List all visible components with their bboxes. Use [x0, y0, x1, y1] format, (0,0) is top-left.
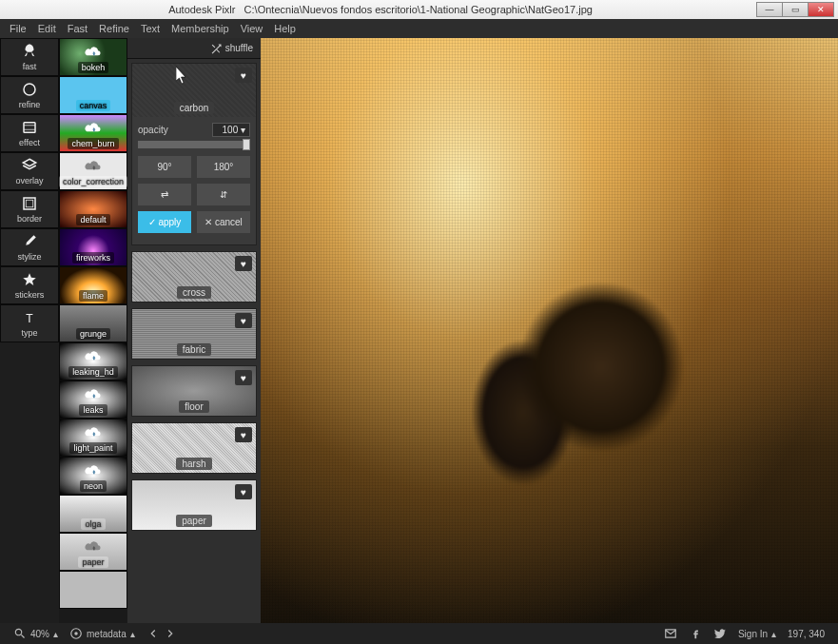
- tool-refine[interactable]: refine: [0, 76, 59, 114]
- menu-fast[interactable]: Fast: [62, 23, 93, 34]
- cursor-icon: [176, 67, 189, 86]
- tool-fast[interactable]: fast: [0, 38, 59, 76]
- shuffle-button[interactable]: shuffle: [127, 38, 261, 59]
- rotate-90-button[interactable]: 90°: [138, 156, 191, 178]
- svg-point-6: [74, 632, 78, 635]
- preset-column: bokehcanvaschem_burncolor_correctiondefa…: [59, 38, 127, 623]
- metadata-control[interactable]: metadata ▴: [64, 627, 141, 640]
- overlay-controls: opacity 100 ▾ 90° 180° ⇄ ⇵ ✓ apply ✕ ca: [132, 117, 256, 244]
- tool-stickers[interactable]: stickers: [0, 266, 59, 304]
- svg-rect-2: [24, 198, 35, 209]
- statusbar: 40% ▴ metadata ▴ Sign In ▴ 197, 340: [0, 623, 838, 644]
- overlay-fabric[interactable]: ♥fabric: [131, 308, 257, 360]
- favorite-icon[interactable]: ♥: [235, 313, 252, 328]
- tool-overlay[interactable]: overlay: [0, 152, 59, 190]
- svg-text:T: T: [26, 312, 33, 325]
- flip-horizontal-button[interactable]: ⇄: [138, 184, 191, 205]
- overlay-cross[interactable]: ♥cross: [131, 251, 257, 302]
- file-path: C:\Ontecnia\Nuevos fondos escritorio\1-N…: [244, 4, 593, 15]
- menu-help[interactable]: Help: [268, 23, 302, 34]
- panel-area: shuffle ♥ carbon opacity 100 ▾ 90° 180°: [127, 38, 261, 623]
- tool-column: fastrefineeffectoverlayborderstylizestic…: [0, 38, 59, 623]
- favorite-icon[interactable]: ♥: [235, 68, 252, 83]
- menu-membership[interactable]: Membership: [166, 23, 235, 34]
- titlebar: Autodesk Pixlr C:\Ontecnia\Nuevos fondos…: [0, 0, 838, 19]
- menu-edit[interactable]: Edit: [32, 23, 62, 34]
- preset-neon[interactable]: neon: [59, 457, 127, 495]
- share-email-icon[interactable]: [658, 627, 683, 640]
- svg-rect-1: [24, 123, 35, 133]
- preset-canvas[interactable]: canvas: [59, 76, 127, 114]
- share-facebook-icon[interactable]: [683, 627, 708, 640]
- preset-light_paint[interactable]: light_paint: [59, 419, 127, 457]
- menu-file[interactable]: File: [4, 23, 32, 34]
- history-controls[interactable]: [141, 627, 183, 640]
- preset-bokeh[interactable]: bokeh: [59, 38, 127, 76]
- maximize-button[interactable]: ▭: [782, 2, 809, 17]
- preset-grunge[interactable]: grunge: [59, 304, 127, 342]
- overlay-paper[interactable]: ♥paper: [131, 479, 257, 531]
- rotate-180-button[interactable]: 180°: [197, 156, 250, 178]
- preset-color_correction[interactable]: color_correction: [59, 152, 127, 190]
- menu-refine[interactable]: Refine: [93, 23, 135, 34]
- tool-stylize[interactable]: stylize: [0, 228, 59, 266]
- overlay-carbon[interactable]: ♥ carbon opacity 100 ▾ 90° 180° ⇄: [131, 63, 257, 245]
- share-twitter-icon[interactable]: [708, 627, 732, 640]
- menubar: FileEditFastRefineTextMembershipViewHelp: [0, 19, 838, 38]
- opacity-label: opacity: [138, 125, 168, 135]
- preset-default[interactable]: default: [59, 190, 127, 228]
- cursor-coords: 197, 340: [782, 629, 830, 639]
- tool-type[interactable]: Ttype: [0, 304, 59, 342]
- preset-fireworks[interactable]: fireworks: [59, 228, 127, 266]
- cancel-button[interactable]: ✕ cancel: [197, 211, 250, 233]
- app-name: Autodesk Pixlr: [168, 4, 235, 15]
- opacity-slider[interactable]: [138, 141, 250, 148]
- opacity-value[interactable]: 100 ▾: [212, 123, 250, 137]
- favorite-icon[interactable]: ♥: [235, 427, 252, 442]
- favorite-icon[interactable]: ♥: [235, 370, 252, 385]
- preset-leaks[interactable]: leaks: [59, 381, 127, 419]
- favorite-icon[interactable]: ♥: [235, 484, 252, 499]
- menu-text[interactable]: Text: [135, 23, 166, 34]
- preset-olga[interactable]: olga: [59, 495, 127, 533]
- favorite-icon[interactable]: ♥: [235, 256, 252, 271]
- menu-view[interactable]: View: [235, 23, 269, 34]
- preset-paper2[interactable]: [59, 571, 127, 609]
- close-button[interactable]: ✕: [808, 2, 834, 17]
- svg-point-0: [24, 84, 35, 95]
- tool-effect[interactable]: effect: [0, 114, 59, 152]
- preset-paper[interactable]: paper: [59, 533, 127, 571]
- flip-vertical-button[interactable]: ⇵: [197, 184, 250, 205]
- svg-rect-3: [26, 200, 33, 207]
- overlay-floor[interactable]: ♥floor: [131, 365, 257, 417]
- overlay-harsh[interactable]: ♥harsh: [131, 422, 257, 474]
- minimize-button[interactable]: —: [756, 2, 783, 17]
- tool-border[interactable]: border: [0, 190, 59, 228]
- signin-button[interactable]: Sign In ▴: [732, 629, 782, 639]
- preset-leaking_hd[interactable]: leaking_hd: [59, 342, 127, 381]
- preset-chem_burn[interactable]: chem_burn: [59, 114, 127, 152]
- canvas[interactable]: [261, 38, 838, 623]
- apply-button[interactable]: ✓ apply: [138, 211, 191, 233]
- preset-flame[interactable]: flame: [59, 266, 127, 304]
- zoom-control[interactable]: 40% ▴: [8, 627, 64, 640]
